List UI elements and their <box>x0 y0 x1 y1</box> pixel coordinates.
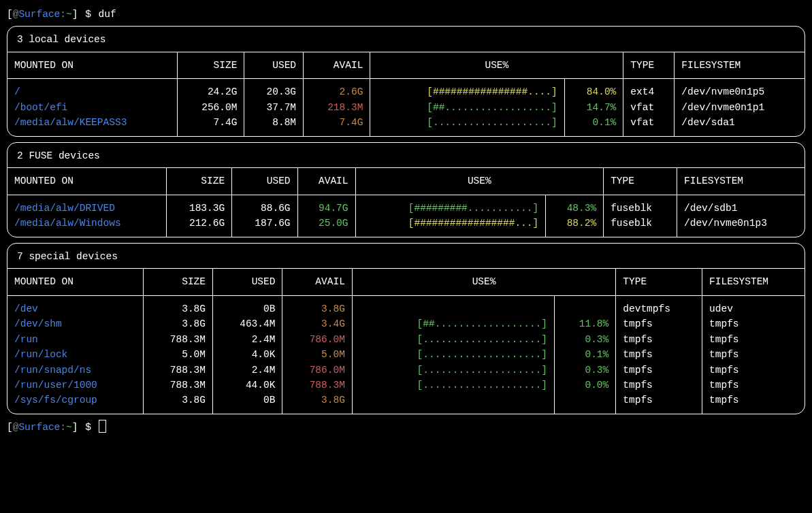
cell-mount: /dev <box>7 295 143 316</box>
cell-use-pct: 88.2% <box>546 216 604 236</box>
table-row: /run/snapd/ns788.3M2.4M786.0M[..........… <box>7 363 805 378</box>
cell-mount: /media/alw/Windows <box>7 216 166 236</box>
cell-used: 463.4M <box>213 316 282 331</box>
column-header: USED <box>244 52 304 78</box>
cell-avail: 3.4G <box>282 316 352 331</box>
column-header: FILESYSTEM <box>702 269 805 295</box>
cell-size: 3.8G <box>143 316 212 331</box>
cell-mount: /media/alw/KEEPASS3 <box>7 115 178 135</box>
cell-type: devtmpfs <box>616 295 702 316</box>
cell-mount: /sys/fs/cgroup <box>7 393 143 413</box>
cell-size: 256.0M <box>178 100 244 115</box>
cell-use-bar: [#################...] <box>355 216 546 236</box>
cell-avail: 2.6G <box>304 79 370 100</box>
column-header: TYPE <box>604 168 677 195</box>
prompt-path: ~ <box>66 9 72 20</box>
cell-use-bar: [....................] <box>370 115 564 135</box>
table-row: /sys/fs/cgroup3.8G0B3.8Gtmpfstmpfs <box>7 393 805 413</box>
cell-use-bar <box>352 393 554 413</box>
cell-size: 788.3M <box>143 332 212 347</box>
cell-filesystem: /dev/nvme0n1p3 <box>677 216 805 236</box>
cell-size: 3.8G <box>143 295 212 316</box>
column-header: SIZE <box>143 269 212 295</box>
prompt-colon: : <box>60 9 66 20</box>
cell-use-bar: [....................] <box>352 332 554 347</box>
column-header: SIZE <box>178 52 244 78</box>
device-table: MOUNTED ONSIZEUSEDAVAILUSE%TYPEFILESYSTE… <box>7 167 805 236</box>
cell-use-pct <box>555 295 616 316</box>
cell-used: 37.7M <box>244 100 304 115</box>
table-row: /media/alw/Windows212.6G187.6G25.0G[####… <box>7 216 805 236</box>
prompt-close: ] <box>72 9 78 20</box>
cell-use-pct: 0.0% <box>555 378 616 393</box>
cell-use-bar: [....................] <box>352 378 554 393</box>
cell-type: tmpfs <box>616 332 702 347</box>
cell-size: 212.6G <box>166 216 231 236</box>
column-header: USED <box>232 168 297 195</box>
table-row: /run788.3M2.4M786.0M[...................… <box>7 332 805 347</box>
cell-filesystem: tmpfs <box>702 316 805 331</box>
cell-type: tmpfs <box>616 393 702 413</box>
cell-mount: /boot/efi <box>7 100 178 115</box>
prompt-open: [ <box>7 9 13 20</box>
cell-used: 187.6G <box>232 216 297 236</box>
cell-size: 788.3M <box>143 363 212 378</box>
cell-avail: 3.8G <box>282 393 352 413</box>
column-header: AVAIL <box>304 52 370 78</box>
section-title: 3 local devices <box>7 27 805 51</box>
cell-use-bar: [################....] <box>370 79 564 100</box>
cell-size: 7.4G <box>178 115 244 135</box>
cell-use-bar: [....................] <box>352 363 554 378</box>
cell-filesystem: udev <box>702 295 805 316</box>
cell-use-pct: 0.1% <box>564 115 623 135</box>
cell-avail: 788.3M <box>282 378 352 393</box>
column-header: AVAIL <box>282 269 352 295</box>
cell-type: fuseblk <box>604 195 677 216</box>
cell-avail: 94.7G <box>297 195 355 216</box>
column-header: TYPE <box>616 269 702 295</box>
cell-used: 4.0K <box>213 347 282 362</box>
cell-avail: 5.0M <box>282 347 352 362</box>
prompt-line-bottom: [@Surface:~] $ <box>7 420 805 435</box>
cell-avail: 7.4G <box>304 115 370 135</box>
prompt-line-top: [@Surface:~] $ duf <box>7 7 805 22</box>
cell-use-bar: [##..................] <box>370 100 564 115</box>
table-row: /run/user/1000788.3M44.0K788.3M[........… <box>7 378 805 393</box>
cell-filesystem: /dev/sdb1 <box>677 195 805 216</box>
column-header: USE% <box>355 168 604 195</box>
cursor-icon[interactable] <box>99 420 106 433</box>
cell-use-pct: 11.8% <box>555 316 616 331</box>
cell-use-pct: 0.3% <box>555 332 616 347</box>
cell-use-pct: 0.1% <box>555 347 616 362</box>
cell-mount: /run/lock <box>7 347 143 362</box>
device-table: MOUNTED ONSIZEUSEDAVAILUSE%TYPEFILESYSTE… <box>7 268 805 414</box>
cell-filesystem: /dev/nvme0n1p1 <box>675 100 805 115</box>
cell-use-pct <box>555 393 616 413</box>
cell-type: tmpfs <box>616 378 702 393</box>
cell-mount: /media/alw/DRIVED <box>7 195 166 216</box>
column-header: AVAIL <box>297 168 355 195</box>
cell-filesystem: tmpfs <box>702 378 805 393</box>
cell-type: tmpfs <box>616 347 702 362</box>
cell-use-pct: 48.3% <box>546 195 604 216</box>
cell-filesystem: tmpfs <box>702 393 805 413</box>
section-title: 7 special devices <box>7 244 805 268</box>
cell-avail: 25.0G <box>297 216 355 236</box>
cell-type: vfat <box>623 100 675 115</box>
prompt-dollar: $ <box>85 9 91 20</box>
column-header: FILESYSTEM <box>675 52 805 78</box>
column-header: USED <box>213 269 282 295</box>
cell-filesystem: /dev/nvme0n1p5 <box>675 79 805 100</box>
table-row: /run/lock5.0M4.0K5.0M[..................… <box>7 347 805 362</box>
cell-filesystem: /dev/sda1 <box>675 115 805 135</box>
cell-used: 8.8M <box>244 115 304 135</box>
cell-avail: 786.0M <box>282 363 352 378</box>
column-header: USE% <box>370 52 623 78</box>
cell-used: 44.0K <box>213 378 282 393</box>
cell-mount: /run/user/1000 <box>7 378 143 393</box>
column-header: FILESYSTEM <box>677 168 805 195</box>
cell-type: vfat <box>623 115 675 135</box>
device-table: MOUNTED ONSIZEUSEDAVAILUSE%TYPEFILESYSTE… <box>7 52 805 136</box>
cell-used: 0B <box>213 393 282 413</box>
cell-mount: /run <box>7 332 143 347</box>
